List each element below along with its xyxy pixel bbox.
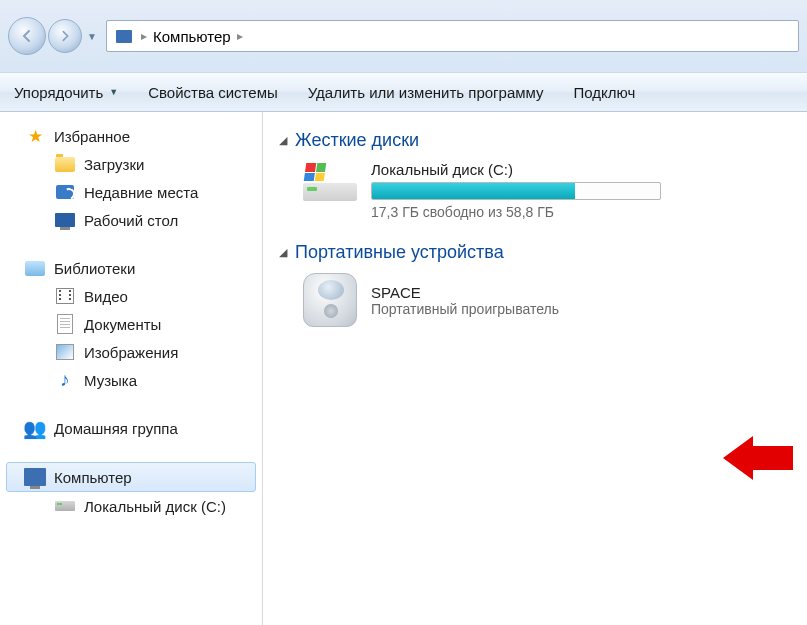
- drive-name: Локальный диск (C:): [371, 161, 793, 178]
- sidebar-item-label: Документы: [84, 316, 161, 333]
- collapse-icon: ◢: [279, 134, 287, 147]
- recent-icon: [54, 181, 76, 203]
- portable-device-space[interactable]: SPACE Портативный проигрыватель: [303, 273, 793, 327]
- libraries-group: Библиотеки Видео Документы Изображения ♪…: [0, 254, 262, 394]
- toolbar: Упорядочить ▼ Свойства системы Удалить и…: [0, 72, 807, 112]
- sidebar-computer[interactable]: Компьютер: [6, 462, 256, 492]
- folder-icon: [54, 153, 76, 175]
- sidebar-videos[interactable]: Видео: [0, 282, 262, 310]
- sidebar-item-label: Музыка: [84, 372, 137, 389]
- sidebar-item-label: Изображения: [84, 344, 178, 361]
- sidebar-homegroup[interactable]: 👥 Домашняя группа: [0, 414, 262, 442]
- device-info: SPACE Портативный проигрыватель: [371, 284, 559, 317]
- device-name: SPACE: [371, 284, 559, 301]
- drive-icon: [54, 495, 76, 517]
- sidebar-item-label: Локальный диск (C:): [84, 498, 226, 515]
- video-icon: [54, 285, 76, 307]
- system-properties-button[interactable]: Свойства системы: [148, 84, 278, 101]
- uninstall-change-program-button[interactable]: Удалить или изменить программу: [308, 84, 544, 101]
- section-title: Портативные устройства: [295, 242, 504, 263]
- sidebar-favorites[interactable]: ★ Избранное: [0, 122, 262, 150]
- sidebar-recent-places[interactable]: Недавние места: [0, 178, 262, 206]
- libraries-icon: [24, 257, 46, 279]
- portable-devices-header[interactable]: ◢ Портативные устройства: [279, 242, 793, 263]
- sidebar-item-label: Избранное: [54, 128, 130, 145]
- drive-info: Локальный диск (C:) 17,3 ГБ свободно из …: [371, 161, 793, 220]
- connect-drive-button[interactable]: Подключ: [574, 84, 636, 101]
- device-type: Портативный проигрыватель: [371, 301, 559, 317]
- toolbar-label: Упорядочить: [14, 84, 103, 101]
- sidebar-item-label: Рабочий стол: [84, 212, 178, 229]
- favorites-group: ★ Избранное Загрузки Недавние места Рабо…: [0, 122, 262, 234]
- address-bar-area: ▼ ▸ Компьютер ▸: [0, 0, 807, 72]
- computer-group: Компьютер Локальный диск (C:): [0, 462, 262, 520]
- portable-player-icon: [303, 273, 357, 327]
- collapse-icon: ◢: [279, 246, 287, 259]
- sidebar-item-label: Компьютер: [54, 469, 132, 486]
- homegroup-icon: 👥: [24, 417, 46, 439]
- organize-menu[interactable]: Упорядочить ▼: [14, 84, 118, 101]
- navigation-pane: ★ Избранное Загрузки Недавние места Рабо…: [0, 112, 263, 625]
- document-icon: [54, 313, 76, 335]
- chevron-down-icon: ▼: [109, 87, 118, 97]
- pictures-icon: [54, 341, 76, 363]
- sidebar-item-label: Видео: [84, 288, 128, 305]
- forward-button[interactable]: [48, 19, 82, 53]
- sidebar-item-label: Библиотеки: [54, 260, 135, 277]
- breadcrumb-separator[interactable]: ▸: [237, 29, 243, 43]
- nav-buttons: ▼: [8, 17, 100, 55]
- computer-icon: [24, 466, 46, 488]
- star-icon: ★: [24, 125, 46, 147]
- hard-drive-icon: [303, 161, 357, 205]
- desktop-icon: [54, 209, 76, 231]
- breadcrumb-separator: ▸: [141, 29, 147, 43]
- toolbar-label: Свойства системы: [148, 84, 278, 101]
- nav-history-dropdown[interactable]: ▼: [84, 17, 100, 55]
- sidebar-documents[interactable]: Документы: [0, 310, 262, 338]
- content-pane: ◢ Жесткие диски Локальный диск (C:) 17,3…: [263, 112, 807, 625]
- annotation-red-arrow: [723, 436, 793, 480]
- back-button[interactable]: [8, 17, 46, 55]
- address-bar[interactable]: ▸ Компьютер ▸: [106, 20, 799, 52]
- breadcrumb-root[interactable]: Компьютер: [153, 28, 231, 45]
- sidebar-pictures[interactable]: Изображения: [0, 338, 262, 366]
- sidebar-item-label: Загрузки: [84, 156, 144, 173]
- sidebar-libraries[interactable]: Библиотеки: [0, 254, 262, 282]
- sidebar-music[interactable]: ♪ Музыка: [0, 366, 262, 394]
- sidebar-item-label: Недавние места: [84, 184, 198, 201]
- toolbar-label: Удалить или изменить программу: [308, 84, 544, 101]
- section-title: Жесткие диски: [295, 130, 419, 151]
- hard-drives-header[interactable]: ◢ Жесткие диски: [279, 130, 793, 151]
- toolbar-label: Подключ: [574, 84, 636, 101]
- sidebar-item-label: Домашняя группа: [54, 420, 178, 437]
- sidebar-downloads[interactable]: Загрузки: [0, 150, 262, 178]
- capacity-fill: [372, 183, 575, 199]
- sidebar-local-disk-c[interactable]: Локальный диск (C:): [0, 492, 262, 520]
- sidebar-desktop[interactable]: Рабочий стол: [0, 206, 262, 234]
- capacity-bar: [371, 182, 661, 200]
- computer-icon: [113, 25, 135, 47]
- drive-free-space: 17,3 ГБ свободно из 58,8 ГБ: [371, 204, 793, 220]
- homegroup-group: 👥 Домашняя группа: [0, 414, 262, 442]
- music-icon: ♪: [54, 369, 76, 391]
- local-disk-c-item[interactable]: Локальный диск (C:) 17,3 ГБ свободно из …: [303, 161, 793, 220]
